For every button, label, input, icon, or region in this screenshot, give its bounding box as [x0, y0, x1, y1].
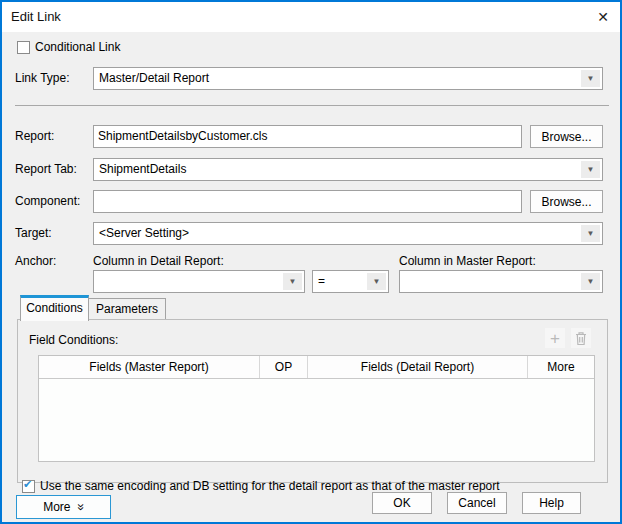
chevron-down-icon[interactable]: ▼: [283, 273, 302, 290]
double-chevron-down-icon: »: [75, 503, 85, 510]
chevron-down-icon[interactable]: ▼: [581, 70, 600, 87]
report-label: Report:: [15, 125, 54, 148]
chevron-down-icon[interactable]: ▼: [581, 273, 600, 290]
cancel-button[interactable]: Cancel: [447, 492, 507, 514]
checkbox-box[interactable]: [17, 41, 30, 54]
plus-icon: +: [550, 330, 560, 347]
more-button-label: More: [43, 500, 70, 514]
column-master-label: Column in Master Report:: [399, 254, 536, 268]
tab-conditions[interactable]: Conditions: [20, 295, 89, 321]
target-combobox[interactable]: <Server Setting> ▼: [93, 222, 603, 245]
delete-condition-button[interactable]: [571, 328, 591, 348]
ok-button[interactable]: OK: [372, 492, 432, 514]
encoding-label: Use the same encoding and DB setting for…: [40, 479, 500, 493]
report-tab-combobox[interactable]: ShipmentDetails ▼: [93, 158, 603, 181]
column-header-fields-master: Fields (Master Report): [39, 356, 260, 378]
link-type-value: Master/Detail Report: [99, 71, 209, 85]
column-detail-label: Column in Detail Report:: [93, 254, 224, 268]
encoding-checkbox[interactable]: ✔ Use the same encoding and DB setting f…: [22, 479, 500, 493]
add-condition-button[interactable]: +: [545, 328, 565, 348]
more-button[interactable]: More »: [16, 495, 111, 519]
anchor-operator-value: =: [318, 274, 325, 288]
target-value: <Server Setting>: [99, 226, 189, 240]
trash-icon: [574, 331, 588, 346]
report-tab-label: Report Tab:: [15, 158, 77, 181]
column-master-combobox[interactable]: ▼: [399, 270, 603, 293]
chevron-down-icon[interactable]: ▼: [581, 161, 600, 178]
tab-parameters[interactable]: Parameters: [89, 298, 166, 319]
close-icon[interactable]: ✕: [590, 2, 616, 32]
separator: [15, 105, 609, 106]
field-conditions-table: Fields (Master Report) OP Fields (Detail…: [38, 355, 595, 462]
column-detail-combobox[interactable]: ▼: [93, 270, 305, 293]
table-header-row: Fields (Master Report) OP Fields (Detail…: [39, 356, 594, 379]
target-label: Target:: [15, 222, 52, 245]
dialog-title: Edit Link: [11, 2, 61, 32]
conditional-link-label: Conditional Link: [35, 40, 120, 54]
column-header-op: OP: [260, 356, 308, 378]
conditional-link-checkbox[interactable]: Conditional Link: [17, 40, 120, 54]
chevron-down-icon[interactable]: ▼: [581, 225, 600, 242]
component-label: Component:: [15, 190, 80, 213]
chevron-down-icon[interactable]: ▼: [367, 273, 386, 290]
component-browse-button[interactable]: Browse...: [530, 190, 603, 213]
column-header-fields-detail: Fields (Detail Report): [308, 356, 528, 378]
help-button[interactable]: Help: [522, 492, 581, 514]
link-type-combobox[interactable]: Master/Detail Report ▼: [93, 67, 603, 90]
table-body[interactable]: [39, 379, 594, 461]
anchor-label: Anchor:: [15, 254, 56, 268]
report-tab-value: ShipmentDetails: [99, 162, 186, 176]
column-header-more: More: [528, 356, 594, 378]
edit-link-dialog: Edit Link ✕ Conditional Link Link Type: …: [0, 0, 622, 524]
titlebar: Edit Link ✕: [2, 2, 620, 32]
checkbox-box[interactable]: ✔: [22, 480, 35, 493]
report-browse-button[interactable]: Browse...: [530, 125, 603, 148]
field-conditions-label: Field Conditions:: [29, 333, 118, 347]
check-icon: ✔: [23, 478, 32, 491]
anchor-operator-combobox[interactable]: = ▼: [312, 270, 389, 293]
link-type-label: Link Type:: [15, 67, 69, 90]
report-input[interactable]: ShipmentDetailsbyCustomer.cls: [93, 125, 522, 148]
component-input[interactable]: [93, 190, 522, 213]
